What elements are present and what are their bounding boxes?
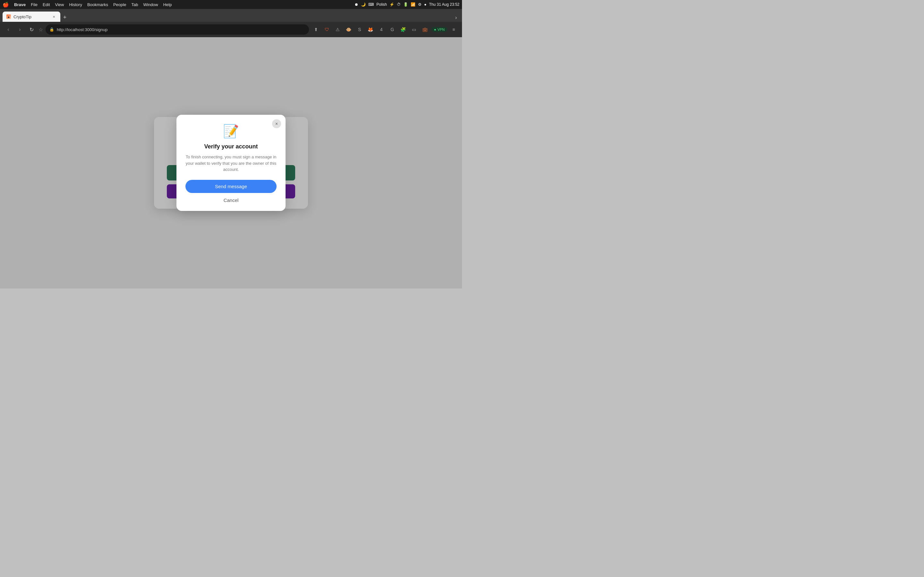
extension-grammarly[interactable]: G xyxy=(388,25,397,34)
extension-4[interactable]: 4 xyxy=(377,25,386,34)
connect-wallet-card: Connect Wallet 👤 ✉ Back × 📝 xyxy=(154,117,308,209)
menu-window[interactable]: Window xyxy=(143,2,158,7)
menu-bookmarks[interactable]: Bookmarks xyxy=(87,2,108,7)
vpn-label: VPN xyxy=(437,27,445,31)
moon-icon: 🌙 xyxy=(361,2,366,7)
menu-brave[interactable]: Brave xyxy=(14,2,26,7)
modal-title: Verify your account xyxy=(186,143,276,150)
toolbar: ‹ › ↻ ☆ 🔒 http://localhost:3000/signup ⬆… xyxy=(0,22,462,37)
battery-icon: 🔋 xyxy=(403,2,408,7)
address-bar[interactable]: 🔒 http://localhost:3000/signup xyxy=(45,24,309,35)
vpn-button[interactable]: ● VPN xyxy=(431,27,447,32)
toolbar-right: ⬆ 🛡 ⚠ 🐵 S 🦊 4 G 🧩 ▭ 💼 ● VPN ≡ xyxy=(312,25,458,34)
menubar-left: 🍎 Brave File Edit View History Bookmarks… xyxy=(3,2,172,8)
menu-tab[interactable]: Tab xyxy=(131,2,138,7)
menubar-right: ⏺ 🌙 ⌨ Polish ⚡ ⏱ 🔋 📶 ⚙ ● Thu 31 Aug 23:5… xyxy=(355,2,459,7)
extensions-menu[interactable]: 🧩 xyxy=(399,25,408,34)
reload-button[interactable]: ↻ xyxy=(27,25,36,34)
wallet-button[interactable]: 💼 xyxy=(421,25,430,34)
tab-bar: ▲ CryptoTip ✕ + › xyxy=(0,9,462,22)
wifi-icon: 📶 xyxy=(411,2,415,7)
close-icon: × xyxy=(275,121,278,126)
modal-document-icon: 📝 xyxy=(186,124,276,139)
apple-logo[interactable]: 🍎 xyxy=(3,2,9,8)
verify-modal: × 📝 Verify your account To finish connec… xyxy=(176,115,286,211)
extension-metamask[interactable]: 🦊 xyxy=(366,25,375,34)
browser-chrome: ▲ CryptoTip ✕ + › ‹ › ↻ ☆ 🔒 http://local… xyxy=(0,9,462,37)
modal-description: To finish connecting, you must sign a me… xyxy=(186,154,276,173)
tab-menu-button[interactable]: › xyxy=(453,13,459,22)
vpn-dot: ● xyxy=(434,27,436,31)
tab-favicon: ▲ xyxy=(6,15,11,19)
share-button[interactable]: ⬆ xyxy=(312,25,320,34)
menu-edit[interactable]: Edit xyxy=(43,2,50,7)
modal-overlay: × 📝 Verify your account To finish connec… xyxy=(154,117,308,209)
modal-close-button[interactable]: × xyxy=(272,119,281,128)
menubar: 🍎 Brave File Edit View History Bookmarks… xyxy=(0,0,462,9)
sidebar-toggle[interactable]: ▭ xyxy=(410,25,419,34)
control-center-icon: ⚙ xyxy=(418,2,422,7)
extension-s[interactable]: S xyxy=(355,25,364,34)
new-tab-button[interactable]: + xyxy=(60,13,69,22)
time-machine-icon: ⏱ xyxy=(397,2,401,7)
menu-view[interactable]: View xyxy=(55,2,64,7)
cancel-button[interactable]: Cancel xyxy=(224,197,239,203)
bluetooth-icon: ⚡ xyxy=(389,2,394,7)
language-label: Polish xyxy=(376,2,387,7)
send-message-button[interactable]: Send message xyxy=(186,180,276,193)
menu-help[interactable]: Help xyxy=(163,2,172,7)
url-text: http://localhost:3000/signup xyxy=(57,27,107,32)
clock: Thu 31 Aug 23:52 xyxy=(429,2,459,7)
menu-history[interactable]: History xyxy=(69,2,82,7)
lock-icon: 🔒 xyxy=(49,27,54,32)
siri-icon: ● xyxy=(424,2,426,7)
bookmark-button[interactable]: ☆ xyxy=(39,27,43,33)
keyboard-icon: ⌨ xyxy=(368,2,374,7)
forward-button[interactable]: › xyxy=(15,25,24,34)
hamburger-menu[interactable]: ≡ xyxy=(449,25,458,34)
extension-tampermonkey[interactable]: 🐵 xyxy=(344,25,353,34)
brave-shield-icon[interactable]: 🛡 xyxy=(322,25,331,34)
menu-people[interactable]: People xyxy=(113,2,126,7)
active-tab[interactable]: ▲ CryptoTip ✕ xyxy=(3,11,60,22)
main-content: Connect Wallet 👤 ✉ Back × 📝 xyxy=(0,37,462,288)
back-button[interactable]: ‹ xyxy=(4,25,13,34)
screen-record-icon: ⏺ xyxy=(355,2,359,7)
tab-label: CryptoTip xyxy=(13,15,31,19)
tab-close-button[interactable]: ✕ xyxy=(51,14,57,19)
menu-file[interactable]: File xyxy=(31,2,37,7)
alert-icon[interactable]: ⚠ xyxy=(333,25,342,34)
